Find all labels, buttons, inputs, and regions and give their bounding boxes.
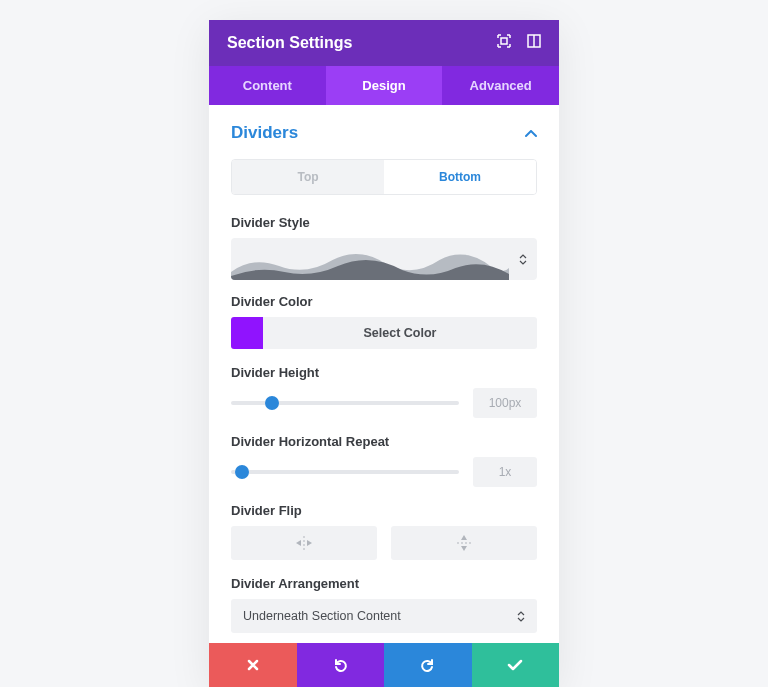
dropdown-caret-icon bbox=[517, 611, 525, 622]
panel-title: Section Settings bbox=[227, 34, 352, 52]
section-settings-panel: Section Settings Content Design Advanced… bbox=[209, 20, 559, 687]
close-icon bbox=[246, 658, 260, 672]
flip-row bbox=[231, 526, 537, 560]
select-color-button[interactable]: Select Color bbox=[263, 317, 537, 349]
tab-design[interactable]: Design bbox=[326, 66, 443, 105]
flip-horizontal-button[interactable] bbox=[231, 526, 377, 560]
arrangement-value: Underneath Section Content bbox=[243, 609, 401, 623]
toggle-bottom[interactable]: Bottom bbox=[384, 160, 536, 194]
divider-style-preview bbox=[231, 238, 509, 280]
height-value[interactable]: 100px bbox=[473, 388, 537, 418]
divider-style-select[interactable] bbox=[231, 238, 537, 280]
section-title: Dividers bbox=[231, 123, 298, 143]
dropdown-caret-icon bbox=[509, 254, 537, 265]
repeat-row: 1x bbox=[231, 457, 537, 487]
repeat-value[interactable]: 1x bbox=[473, 457, 537, 487]
confirm-button[interactable] bbox=[472, 643, 560, 687]
position-toggle: Top Bottom bbox=[231, 159, 537, 195]
label-divider-height: Divider Height bbox=[231, 365, 537, 380]
redo-icon bbox=[420, 657, 436, 673]
tab-advanced[interactable]: Advanced bbox=[442, 66, 559, 105]
header-icons bbox=[497, 34, 541, 52]
height-slider[interactable] bbox=[231, 401, 459, 405]
height-row: 100px bbox=[231, 388, 537, 418]
flip-horizontal-icon bbox=[294, 535, 314, 551]
color-row: Select Color bbox=[231, 317, 537, 349]
label-divider-flip: Divider Flip bbox=[231, 503, 537, 518]
undo-icon bbox=[332, 657, 348, 673]
check-icon bbox=[507, 659, 523, 671]
panel-content: Dividers Top Bottom Divider Style Divide… bbox=[209, 105, 559, 643]
tab-content[interactable]: Content bbox=[209, 66, 326, 105]
expand-icon[interactable] bbox=[497, 34, 511, 52]
repeat-slider[interactable] bbox=[231, 470, 459, 474]
label-divider-arrangement: Divider Arrangement bbox=[231, 576, 537, 591]
panel-footer bbox=[209, 643, 559, 687]
repeat-slider-thumb[interactable] bbox=[235, 465, 249, 479]
toggle-top[interactable]: Top bbox=[232, 160, 384, 194]
cancel-button[interactable] bbox=[209, 643, 297, 687]
panel-header: Section Settings bbox=[209, 20, 559, 66]
tabs: Content Design Advanced bbox=[209, 66, 559, 105]
svg-rect-0 bbox=[501, 38, 507, 44]
label-divider-repeat: Divider Horizontal Repeat bbox=[231, 434, 537, 449]
redo-button[interactable] bbox=[384, 643, 472, 687]
undo-button[interactable] bbox=[297, 643, 385, 687]
layout-icon[interactable] bbox=[527, 34, 541, 52]
flip-vertical-icon bbox=[456, 533, 472, 553]
label-divider-color: Divider Color bbox=[231, 294, 537, 309]
color-swatch[interactable] bbox=[231, 317, 263, 349]
collapse-icon[interactable] bbox=[525, 124, 537, 142]
section-header[interactable]: Dividers bbox=[231, 123, 537, 143]
height-slider-thumb[interactable] bbox=[265, 396, 279, 410]
label-divider-style: Divider Style bbox=[231, 215, 537, 230]
arrangement-select[interactable]: Underneath Section Content bbox=[231, 599, 537, 633]
flip-vertical-button[interactable] bbox=[391, 526, 537, 560]
